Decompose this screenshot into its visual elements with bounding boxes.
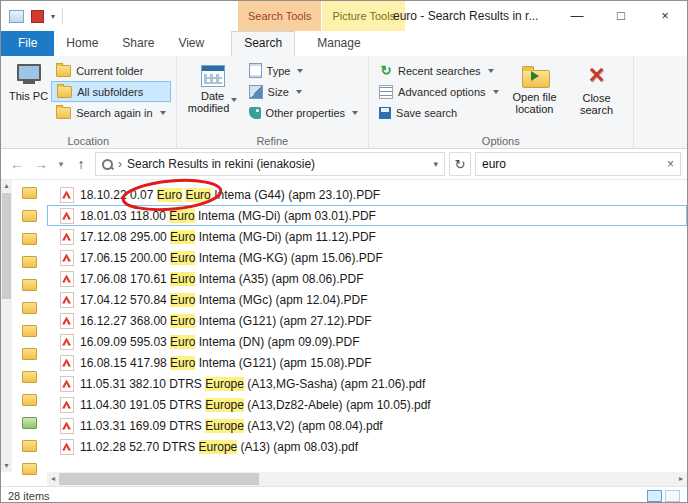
refine-group-label: Refine — [177, 135, 368, 147]
recent-searches-icon: ↻ — [379, 64, 393, 77]
folder-icon[interactable] — [22, 325, 37, 337]
explorer-window: ▾ Search Tools Picture Tools euro - Sear… — [0, 0, 688, 503]
qat-red-icon[interactable] — [31, 10, 44, 23]
file-row[interactable]: 16.12.27 368.00 Euro Intema (G121) (apm … — [47, 310, 687, 331]
folder-icon[interactable] — [22, 348, 37, 360]
search-input[interactable] — [482, 157, 667, 171]
file-row[interactable]: 11.05.31 382.10 DTRS Europe (A13,MG-Sash… — [47, 373, 687, 394]
breadcrumb[interactable]: Search Results in rekini (ienakosie) — [127, 157, 428, 171]
computer-icon — [16, 63, 42, 87]
size-button[interactable]: Size — [244, 81, 363, 102]
large-icons-view-button[interactable] — [665, 490, 680, 502]
file-name: 17.06.08 170.61 Euro Intema (A35) (apm 0… — [80, 272, 364, 286]
tab-view[interactable]: View — [166, 31, 216, 56]
tab-home[interactable]: Home — [54, 31, 110, 56]
all-subfolders-button[interactable]: All subfolders — [51, 81, 170, 102]
close-search-button[interactable]: × Close search — [566, 58, 628, 128]
scroll-down-icon[interactable]: ▾ — [1, 460, 12, 472]
recent-searches-button[interactable]: ↻ Recent searches — [374, 60, 503, 81]
tab-file[interactable]: File — [1, 31, 54, 56]
details-view-button[interactable] — [647, 490, 662, 502]
tab-share[interactable]: Share — [110, 31, 166, 56]
back-button[interactable]: ← — [7, 156, 27, 172]
search-again-button[interactable]: Search again in — [51, 102, 170, 123]
file-row[interactable]: 17.06.15 200.00 Euro Intema (MG-KG) (apm… — [47, 247, 687, 268]
tab-search[interactable]: Search — [231, 31, 295, 56]
address-bar[interactable]: › Search Results in rekini (ienakosie) ▾ — [95, 152, 445, 176]
folder-icon[interactable] — [22, 233, 37, 245]
forward-button[interactable]: → — [31, 156, 51, 172]
file-row[interactable]: 17.04.12 570.84 Euro Intema (MGc) (apm 1… — [47, 289, 687, 310]
file-row[interactable]: 17.06.08 170.61 Euro Intema (A35) (apm 0… — [47, 268, 687, 289]
folder-icon[interactable] — [22, 210, 37, 222]
type-button[interactable]: Type — [244, 60, 363, 81]
breadcrumb-chevron-icon[interactable]: › — [118, 157, 122, 171]
search-box[interactable]: × — [475, 152, 681, 176]
type-label: Type — [267, 65, 291, 77]
advanced-options-button[interactable]: Advanced options — [374, 81, 503, 102]
nav-scrollbar-thumb[interactable] — [2, 193, 11, 299]
address-dropdown-icon[interactable]: ▾ — [433, 159, 438, 169]
folder-icon[interactable] — [22, 463, 37, 475]
recent-locations-chevron-icon[interactable]: ▾ — [55, 159, 67, 169]
up-button[interactable]: ↑ — [71, 156, 91, 172]
pdf-file-icon — [60, 418, 74, 434]
search-again-label: Search again in — [76, 107, 152, 119]
size-icon — [249, 85, 263, 99]
search-again-icon — [56, 107, 71, 119]
file-row[interactable]: 17.12.08 295.00 Euro Intema (MG-Di) (apm… — [47, 226, 687, 247]
folder-icon[interactable] — [22, 256, 37, 268]
open-file-location-label: Open file location — [507, 91, 563, 115]
folder-icon[interactable] — [22, 394, 37, 406]
date-modified-button[interactable]: Date modified — [182, 58, 244, 128]
current-folder-icon — [56, 65, 71, 77]
scroll-right-icon[interactable]: ▸ — [675, 472, 687, 486]
close-button[interactable]: × — [643, 1, 687, 31]
maximize-button[interactable]: □ — [599, 1, 643, 31]
file-row[interactable]: 11.03.31 169.09 DTRS Europe (A13,V2) (ap… — [47, 415, 687, 436]
close-search-label: Close search — [569, 92, 625, 116]
file-name: 16.09.09 595.03 Euro Intema (DN) (apm 09… — [80, 335, 360, 349]
save-search-button[interactable]: Save search — [374, 102, 503, 123]
horizontal-scrollbar-thumb[interactable] — [59, 473, 259, 485]
nav-scrollbar[interactable]: ▴ ▾ — [1, 180, 12, 472]
pdf-file-icon — [60, 355, 74, 371]
item-count: 28 items — [8, 490, 647, 502]
pdf-file-icon — [60, 292, 74, 308]
refresh-button[interactable]: ↻ — [449, 152, 471, 176]
dropdown-caret-icon — [352, 111, 358, 115]
view-toggles — [647, 490, 680, 502]
folder-icon[interactable] — [22, 279, 37, 291]
file-row[interactable]: 11.02.28 52.70 DTRS Europe (A13) (apm 08… — [47, 436, 687, 457]
customize-qat-chevron-icon[interactable]: ▾ — [51, 12, 55, 21]
folder-icon[interactable] — [22, 440, 37, 452]
explorer-icon[interactable] — [9, 10, 24, 23]
ribbon-group-options: ↻ Recent searches Advanced options Save … — [369, 56, 633, 148]
minimize-button[interactable]: — — [555, 1, 599, 31]
horizontal-scrollbar[interactable]: ◂ ▸ — [47, 472, 687, 486]
folder-icon[interactable] — [22, 187, 37, 199]
file-row[interactable]: 11.04.30 191.05 DTRS Europe (A13,Dz82-Ab… — [47, 394, 687, 415]
folder-icon[interactable] — [22, 371, 37, 383]
file-row[interactable]: 18.10.22 0.07 Euro Euro Intema (G44) (ap… — [47, 184, 687, 205]
open-file-location-button[interactable]: Open file location — [504, 58, 566, 128]
scroll-left-icon[interactable]: ◂ — [47, 472, 59, 486]
pdf-file-icon — [60, 397, 74, 413]
this-pc-button[interactable]: This PC — [6, 58, 51, 128]
window-controls: — □ × — [555, 1, 687, 31]
contextual-tool-tabs: Search Tools Picture Tools — [238, 1, 405, 31]
scroll-up-icon[interactable]: ▴ — [1, 180, 12, 192]
drive-icon[interactable] — [22, 417, 37, 429]
file-row[interactable]: 16.08.15 417.98 Euro Intema (G121) (apm … — [47, 352, 687, 373]
folder-icon[interactable] — [22, 302, 37, 314]
tab-manage[interactable]: Manage — [305, 31, 372, 56]
search-tools-tab[interactable]: Search Tools — [238, 1, 321, 31]
other-properties-button[interactable]: Other properties — [244, 102, 363, 123]
clear-search-icon[interactable]: × — [667, 157, 674, 171]
file-row[interactable]: 16.09.09 595.03 Euro Intema (DN) (apm 09… — [47, 331, 687, 352]
file-row[interactable]: 18.01.03 118.00 Euro Intema (MG-Di) (apm… — [47, 205, 687, 226]
nav-pane-icons — [12, 180, 47, 472]
current-folder-button[interactable]: Current folder — [51, 60, 170, 81]
current-folder-label: Current folder — [76, 65, 143, 77]
pdf-file-icon — [60, 187, 74, 203]
